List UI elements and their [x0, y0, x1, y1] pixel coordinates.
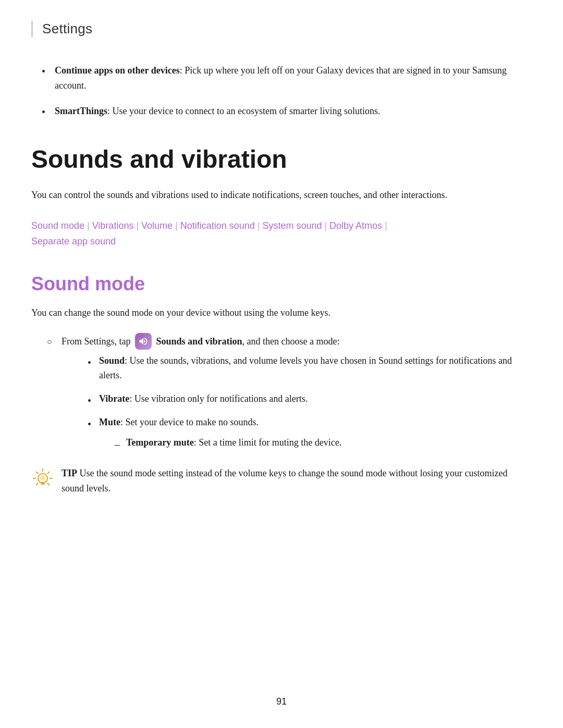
tip-text: Use the sound mode setting instead of th…	[62, 468, 507, 494]
dash-list: Temporary mute: Set a time limit for mut…	[99, 435, 532, 450]
subsection-description: You can change the sound mode on your de…	[31, 305, 532, 321]
separator-6: |	[383, 220, 387, 231]
inner-bullet-list: Sound: Use the sounds, vibrations, and v…	[62, 353, 532, 450]
circle-list: From Settings, tap Sounds and vibration,…	[31, 334, 532, 450]
dash-item-text: : Set a time limit for muting the device…	[194, 437, 341, 448]
nav-link-dolby-atmos[interactable]: Dolby Atmos	[329, 220, 382, 231]
intro-bullet-continue-apps-label: Continue apps on other devices	[55, 65, 180, 76]
tip-label: TIP	[62, 468, 77, 478]
intro-bullet-continue-apps: Continue apps on other devices: Pick up …	[42, 63, 532, 93]
section-title: Sounds and vibration	[31, 144, 532, 175]
circle-item-app-label: Sounds and vibration	[156, 336, 242, 347]
intro-bullets-list: Continue apps on other devices: Pick up …	[31, 63, 532, 118]
tip-content: TIP Use the sound mode setting instead o…	[62, 466, 532, 497]
circle-item-prefix: From Settings, tap	[62, 336, 131, 347]
dash-item-label: Temporary mute	[126, 437, 194, 448]
bullet-sound-label: Sound	[99, 355, 125, 366]
tip-icon	[31, 467, 54, 490]
svg-line-1	[48, 472, 50, 473]
dash-item-temporary-mute: Temporary mute: Set a time limit for mut…	[115, 435, 532, 450]
nav-link-sound-mode[interactable]: Sound mode	[31, 220, 84, 231]
section-description: You can control the sounds and vibration…	[31, 188, 532, 203]
separator-4: |	[255, 220, 262, 231]
circle-item-suffix: , and then choose a mode:	[242, 336, 340, 347]
bullet-vibrate-text: : Use vibration only for notifications a…	[129, 393, 308, 404]
separator-2: |	[134, 220, 141, 231]
page-title: Settings	[42, 21, 92, 36]
page-header: Settings	[31, 21, 532, 37]
nav-link-notification-sound[interactable]: Notification sound	[180, 220, 255, 231]
nav-link-vibrations[interactable]: Vibrations	[92, 220, 134, 231]
svg-point-10	[40, 475, 45, 480]
nav-link-volume[interactable]: Volume	[141, 220, 173, 231]
tip-box: TIP Use the sound mode setting instead o…	[31, 466, 532, 497]
intro-bullet-smartthings-text: : Use your device to connect to an ecosy…	[107, 106, 380, 116]
nav-link-system-sound[interactable]: System sound	[262, 220, 322, 231]
separator-1: |	[85, 220, 92, 231]
intro-bullet-smartthings: SmartThings: Use your device to connect …	[42, 104, 532, 119]
page-number: 91	[276, 696, 287, 707]
sounds-vibration-icon	[135, 333, 152, 350]
bullet-mute: Mute: Set your device to make no sounds.…	[88, 415, 532, 450]
intro-bullet-smartthings-label: SmartThings	[55, 106, 107, 116]
subsection-title: Sound mode	[31, 273, 532, 295]
bullet-vibrate: Vibrate: Use vibration only for notifica…	[88, 391, 532, 406]
nav-link-separate-app-sound[interactable]: Separate app sound	[31, 236, 116, 246]
bullet-sound-text: : Use the sounds, vibrations, and volume…	[99, 355, 512, 381]
bullet-vibrate-label: Vibrate	[99, 393, 129, 404]
svg-line-3	[48, 483, 50, 485]
separator-5: |	[322, 220, 329, 231]
svg-line-6	[36, 483, 38, 485]
separator-3: |	[173, 220, 180, 231]
svg-line-4	[36, 472, 38, 473]
bullet-mute-text: : Set your device to make no sounds.	[120, 417, 259, 427]
bullet-sound: Sound: Use the sounds, vibrations, and v…	[88, 353, 532, 384]
circle-list-item-settings: From Settings, tap Sounds and vibration,…	[47, 334, 532, 450]
bullet-mute-label: Mute	[99, 417, 120, 427]
nav-links: Sound mode | Vibrations | Volume | Notif…	[31, 218, 532, 250]
